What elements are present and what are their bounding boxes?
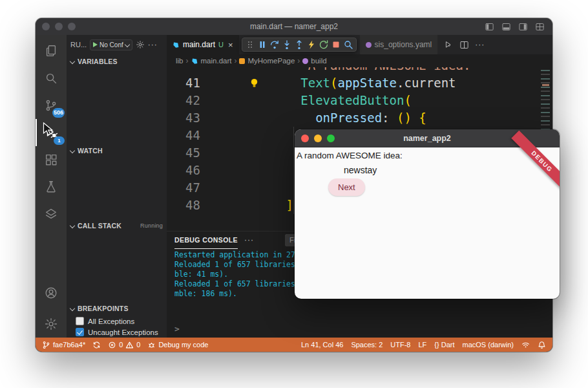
call-stack-label: CALL STACK	[78, 222, 121, 230]
warning-icon	[125, 341, 134, 349]
hot-reload-icon[interactable]	[306, 39, 317, 50]
close-tab-icon[interactable]: ×	[228, 40, 233, 50]
flask-icon	[44, 180, 58, 194]
status-indentation[interactable]: Spaces: 2	[351, 341, 383, 349]
activitybar-testing[interactable]	[36, 173, 67, 200]
status-debug-config[interactable]: Debug my code	[147, 341, 208, 349]
breadcrumb-build[interactable]: build	[311, 57, 326, 65]
breakpoint-label: Uncaught Exceptions	[88, 329, 158, 336]
minimize-window-button[interactable]	[55, 23, 63, 30]
section-variables[interactable]: VARIABLES	[67, 54, 167, 69]
checkbox[interactable]	[76, 328, 84, 336]
status-bar: fae7b6a4* 0 0 Debug my code Ln 41, Col 4…	[36, 338, 552, 352]
status-branch[interactable]: fae7b6a4*	[42, 341, 85, 349]
more-actions-icon[interactable]: ···	[475, 41, 485, 48]
activitybar-layers[interactable]	[36, 200, 67, 228]
status-eol[interactable]: LF	[419, 341, 427, 349]
chevron-down-icon	[70, 306, 75, 311]
variables-label: VARIABLES	[78, 58, 118, 65]
debug-settings-gear-icon[interactable]	[136, 40, 145, 49]
window-title: main.dart — namer_app2	[36, 22, 552, 31]
layout-controls	[485, 22, 545, 32]
more-actions-icon[interactable]: ···	[148, 41, 158, 48]
status-line-col[interactable]: Ln 41, Col 46	[301, 341, 343, 349]
more-panels-icon[interactable]: ···	[244, 236, 254, 244]
activity-bar: 506 1	[36, 35, 67, 338]
status-sync[interactable]	[92, 341, 101, 349]
breakpoint-label: All Exceptions	[88, 318, 134, 325]
checkbox[interactable]	[76, 317, 84, 325]
customize-layout-icon[interactable]	[535, 22, 545, 32]
editor-actions: ···	[444, 35, 485, 54]
toggle-panel-icon[interactable]	[501, 22, 511, 32]
window-controls	[42, 23, 76, 30]
wifi-icon	[521, 341, 530, 349]
step-out-icon[interactable]	[294, 39, 304, 50]
status-notifications[interactable]	[538, 341, 546, 349]
explorer-icon	[44, 44, 58, 58]
restart-icon[interactable]	[319, 39, 329, 50]
minimize-window-button[interactable]	[314, 135, 322, 142]
status-problems[interactable]: 0 0	[108, 341, 140, 349]
split-editor-icon[interactable]	[459, 40, 469, 50]
scm-changes-badge: 506	[52, 108, 65, 118]
zoom-window-button[interactable]	[327, 135, 335, 142]
tab-main-dart[interactable]: main.dart U ×	[167, 35, 239, 54]
layers-icon	[44, 207, 58, 221]
minimap-mark	[542, 84, 549, 86]
console-input-prompt[interactable]: >	[167, 324, 552, 338]
close-window-button[interactable]	[301, 135, 309, 142]
section-call-stack[interactable]: CALL STACK Running	[67, 219, 167, 233]
breakpoint-uncaught-exceptions[interactable]: Uncaught Exceptions	[67, 327, 167, 338]
toggle-secondary-sidebar-icon[interactable]	[518, 22, 528, 32]
git-status-badge: U	[218, 41, 224, 48]
pause-icon[interactable]	[257, 39, 268, 50]
section-breakpoints[interactable]: BREAKPOINTS	[67, 301, 167, 316]
activitybar-account[interactable]	[36, 279, 67, 310]
tab-analysis-options[interactable]: sis_options.yaml	[359, 35, 438, 54]
status-encoding[interactable]: UTF-8	[390, 341, 410, 349]
lightbulb-icon[interactable]	[249, 78, 259, 89]
stop-icon[interactable]	[331, 39, 341, 50]
breadcrumb-myhomepage[interactable]: MyHomePage	[247, 57, 295, 65]
section-watch[interactable]: WATCH	[67, 144, 167, 158]
launch-config-label: No Conf	[100, 41, 123, 48]
editor-tab-bar: main.dart U ×	[167, 35, 552, 54]
debug-sessions-badge: 1	[54, 136, 65, 145]
debug-toolbar	[242, 38, 357, 52]
error-icon	[108, 341, 116, 349]
step-over-icon[interactable]	[269, 39, 280, 50]
inspector-search-icon[interactable]	[343, 39, 353, 50]
zoom-window-button[interactable]	[68, 23, 76, 30]
activitybar-explorer[interactable]	[36, 38, 67, 65]
toggle-sidebar-icon[interactable]	[485, 22, 494, 32]
vscode-titlebar[interactable]: main.dart — namer_app2	[36, 18, 552, 35]
breadcrumb-lib[interactable]: lib	[176, 57, 184, 65]
drag-grip-icon[interactable]	[245, 39, 255, 50]
step-into-icon[interactable]	[282, 39, 292, 50]
run-file-icon[interactable]	[444, 40, 454, 50]
activitybar-search[interactable]	[36, 65, 67, 92]
tab-label: main.dart	[183, 40, 215, 49]
run-debug-sidebar: RU... No Conf ··· VARIABLES WATCH	[67, 35, 167, 338]
chevron-down-icon	[70, 59, 75, 64]
activitybar-source-control[interactable]: 506	[36, 92, 67, 119]
tab-debug-console[interactable]: DEBUG CONSOLE	[174, 232, 238, 249]
launch-config-dropdown[interactable]: No Conf	[90, 39, 132, 50]
activitybar-settings[interactable]	[36, 310, 67, 338]
close-window-button[interactable]	[42, 23, 50, 30]
debug-config-label: Debug my code	[158, 341, 208, 349]
status-platform[interactable]: macOS (darwin)	[463, 341, 514, 349]
status-remote[interactable]	[521, 341, 530, 349]
activitybar-extensions[interactable]	[36, 146, 67, 173]
gear-icon	[44, 317, 58, 331]
tab-label: sis_options.yaml	[375, 40, 432, 49]
bell-icon	[538, 341, 546, 349]
breadcrumb-main-dart[interactable]: main.dart	[201, 57, 232, 65]
status-language[interactable]: {} Dart	[434, 341, 454, 349]
code-line-41: 41 Text(appState.current	[167, 74, 552, 92]
breadcrumb-separator: ›	[234, 56, 236, 65]
breakpoint-all-exceptions[interactable]: All Exceptions	[67, 316, 167, 327]
start-debug-icon[interactable]	[93, 42, 98, 47]
next-button[interactable]: Next	[328, 178, 365, 196]
